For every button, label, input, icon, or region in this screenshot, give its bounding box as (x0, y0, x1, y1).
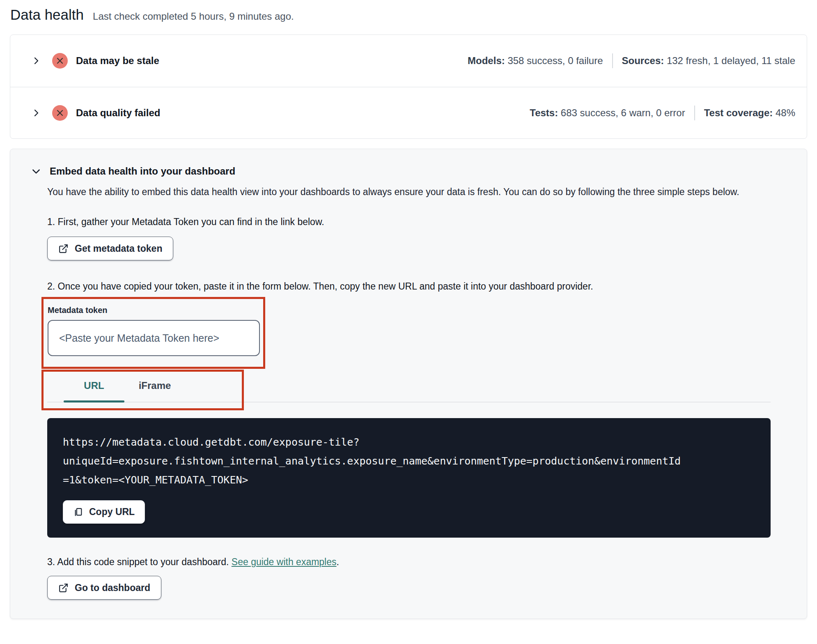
step-3-text: 3. Add this code snippet to your dashboa… (47, 557, 807, 568)
embed-data-health-section: Embed data health into your dashboard Yo… (10, 149, 807, 619)
copy-icon (73, 507, 83, 517)
external-link-icon (58, 244, 69, 254)
test-coverage-stat-label: Test coverage: (704, 107, 773, 118)
tab-iframe-label: iFrame (139, 380, 171, 391)
tab-url[interactable]: URL (64, 370, 124, 402)
last-check-timestamp: Last check completed 5 hours, 9 minutes … (93, 11, 294, 22)
output-format-tabstrip: URL iFrame (47, 370, 771, 402)
data-health-status-card: Data may be stale Models: 358 success, 0… (10, 34, 807, 139)
status-row-stats: Tests: 683 success, 6 warn, 0 error Test… (530, 106, 795, 120)
tests-stat-value: 683 success, 6 warn, 0 error (558, 107, 685, 118)
step-1-text: 1. First, gather your Metadata Token you… (47, 216, 807, 228)
failure-x-circle-icon (52, 53, 68, 69)
code-line: =1&token=<YOUR_METADATA_TOKEN> (63, 471, 754, 490)
metadata-token-label: Metadata token (48, 306, 263, 315)
sources-stat: Sources: 132 fresh, 1 delayed, 11 stale (622, 55, 795, 67)
embed-section-header[interactable]: Embed data health into your dashboard (31, 166, 807, 177)
failure-x-circle-icon (52, 105, 68, 121)
models-stat: Models: 358 success, 0 failure (468, 55, 603, 67)
tab-url-label: URL (84, 380, 104, 391)
copy-url-button[interactable]: Copy URL (63, 500, 145, 524)
page-header: Data health Last check completed 5 hours… (0, 0, 817, 23)
embed-url-code-block: https://metadata.cloud.getdbt.com/exposu… (47, 418, 771, 538)
stat-divider (612, 53, 613, 68)
sources-stat-value: 132 fresh, 1 delayed, 11 stale (664, 55, 795, 66)
get-metadata-token-label: Get metadata token (75, 243, 162, 254)
external-link-icon (58, 583, 69, 593)
models-stat-label: Models: (468, 55, 505, 66)
page-title: Data health (10, 7, 84, 23)
go-to-dashboard-label: Go to dashboard (75, 582, 150, 593)
step-2-text: 2. Once you have copied your token, past… (47, 281, 807, 292)
models-stat-value: 358 success, 0 failure (505, 55, 603, 66)
copy-url-label: Copy URL (89, 506, 135, 518)
tests-stat-label: Tests: (530, 107, 558, 118)
annotation-box-metadata-token: Metadata token (41, 297, 265, 369)
test-coverage-stat-value: 48% (773, 107, 795, 118)
code-line: https://metadata.cloud.getdbt.com/exposu… (63, 433, 754, 452)
status-row-title: Data may be stale (76, 55, 159, 67)
metadata-token-input[interactable] (48, 320, 260, 356)
status-row-data-stale[interactable]: Data may be stale Models: 358 success, 0… (10, 35, 807, 87)
sources-stat-label: Sources: (622, 55, 664, 66)
status-row-data-quality[interactable]: Data quality failed Tests: 683 success, … (10, 87, 807, 138)
chevron-down-icon[interactable] (31, 166, 41, 177)
chevron-right-icon[interactable] (31, 108, 41, 118)
output-format-tabs-zone: URL iFrame (10, 370, 807, 411)
step-3-prefix: 3. Add this code snippet to your dashboa… (47, 557, 232, 567)
tests-stat: Tests: 683 success, 6 warn, 0 error (530, 107, 685, 119)
embed-description: You have the ability to embed this data … (47, 184, 762, 200)
code-line: uniqueId=exposure.fishtown_internal_anal… (63, 452, 754, 471)
step-3-suffix: . (337, 557, 339, 567)
see-guide-link[interactable]: See guide with examples (232, 557, 337, 567)
chevron-right-icon[interactable] (31, 55, 41, 66)
embed-section-title: Embed data health into your dashboard (50, 166, 235, 177)
tab-iframe[interactable]: iFrame (124, 370, 185, 402)
status-row-stats: Models: 358 success, 0 failure Sources: … (468, 53, 795, 68)
status-row-title: Data quality failed (76, 107, 160, 119)
go-to-dashboard-button[interactable]: Go to dashboard (47, 576, 161, 600)
get-metadata-token-button[interactable]: Get metadata token (47, 237, 173, 260)
test-coverage-stat: Test coverage: 48% (704, 107, 795, 119)
stat-divider (694, 106, 695, 120)
